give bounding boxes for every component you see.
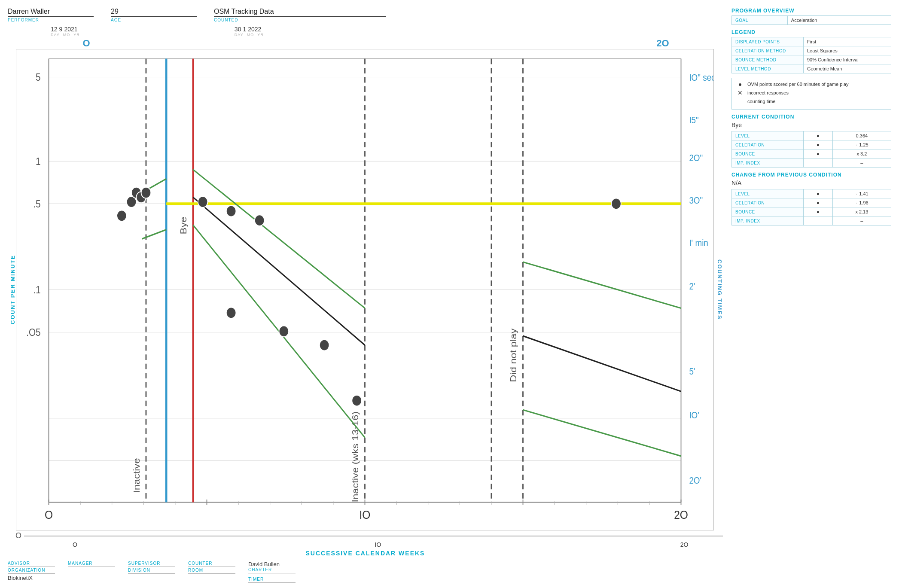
change-celeration-row: CELERATION ● ÷ 1.96 [732,198,891,207]
end-o-marker: 2O [624,38,701,49]
svg-text:2O: 2O [674,508,688,522]
dash-text: counting time [747,99,775,104]
bounce-value: x 3.2 [832,149,891,158]
main-area: Darren Waller PERFORMER 29 AGE OSM Track… [0,0,727,588]
y-label-right: COUNTING TIMES [716,259,723,320]
legend-item-dash: – counting time [736,98,887,105]
change-imp-label: IMP. INDEX [732,216,804,225]
counted-field: OSM Tracking Data COUNTED [214,8,386,22]
legend-item-dot: ● OVM points scored per 60 minutes of ga… [736,81,887,88]
charter-label: CHARTER [248,567,296,573]
change-level-value: ÷ 1.41 [832,189,891,198]
dash-symbol: – [736,98,744,105]
chart-wrapper: COUNT PER MINUTE [8,49,723,530]
level-method-label: LEVEL METHOD [732,64,804,73]
svg-text:IO': IO' [689,410,699,420]
goal-value: Acceleration [787,16,891,25]
change-condition-section: CHANGE FROM PREVIOUS CONDITION N/A LEVEL… [731,172,891,225]
svg-text:2O": 2O" [689,153,703,163]
advisor-field: ADVISOR ORGANIZATION BiokinetiX [8,561,55,584]
end-mo-label: MO [247,33,254,37]
counted-label: COUNTED [214,18,386,22]
svg-text:1: 1 [36,156,41,168]
performer-label: PERFORMER [8,18,94,22]
svg-point-80 [611,198,621,209]
x-label-0: O [40,541,110,548]
x-label-20: 2O [646,541,723,548]
change-imp-value: – [832,216,891,225]
displayed-points-value: First [803,37,891,46]
svg-line-65 [523,336,681,391]
end-day: 30 [235,26,241,33]
change-bounce-value: x 2.13 [832,207,891,216]
current-condition-value: Bye [731,122,891,128]
current-stats-table: LEVEL ● 0.364 CELERATION ● ÷ 1.25 BOUNCE… [731,131,891,168]
supervisor-label: SUPERVISOR [128,561,175,567]
svg-line-62 [193,170,365,308]
svg-text:I' min: I' min [689,238,708,248]
svg-point-78 [320,340,329,351]
start-mo: 9 [59,26,63,33]
age-field: 29 AGE [111,8,197,22]
svg-text:2': 2' [689,281,695,291]
svg-point-77 [279,326,289,337]
change-value: N/A [731,180,891,186]
start-o-marker: O [40,38,133,49]
legend-title: LEGEND [731,29,891,35]
program-overview-title: PROGRAM OVERVIEW [731,8,891,14]
change-bounce-dot: ● [803,207,832,216]
svg-text:2O': 2O' [689,475,701,485]
end-day-label: DAY [235,33,244,37]
svg-point-74 [226,206,236,217]
svg-point-79 [352,395,362,406]
header-row: Darren Waller PERFORMER 29 AGE OSM Track… [8,8,723,22]
goal-table: GOAL Acceleration [731,15,891,25]
change-stats-table: LEVEL ● ÷ 1.41 CELERATION ● ÷ 1.96 BOUNC… [731,189,891,225]
end-mo: 1 [243,26,246,33]
start-mo-label: MO [63,33,70,37]
performer-value: Darren Waller [8,8,94,17]
change-celeration-label: CELERATION [732,198,804,207]
imp-index-dot [803,158,832,168]
level-dot: ● [803,131,832,140]
svg-line-64 [193,197,365,345]
svg-point-68 [117,210,127,221]
level-row: LEVEL ● 0.364 [732,131,891,140]
svg-text:O: O [45,508,53,522]
charter-field: David Bullen CHARTER TIMER [248,561,296,584]
bounce-method-value: 90% Confidence Interval [803,55,891,64]
start-yr: 2021 [64,26,77,33]
svg-text:.O5: .O5 [26,327,40,338]
dot-text: OVM points scored per 60 minutes of game… [747,82,848,87]
level-label: LEVEL [732,131,804,140]
division-label: DIVISION [128,568,175,574]
legend-symbols-box: ● OVM points scored per 60 minutes of ga… [731,78,891,110]
current-condition-section: CURRENT CONDITION Bye LEVEL ● 0.364 CELE… [731,114,891,168]
footer-row: ADVISOR ORGANIZATION BiokinetiX MANAGER … [8,561,723,584]
x-text: incorrect responses [747,90,789,95]
svg-point-75 [255,215,265,226]
start-day-label: DAY [51,33,60,37]
organization-label: ORGANIZATION [8,568,55,574]
current-condition-title: CURRENT CONDITION [731,114,891,120]
svg-point-76 [226,307,236,318]
bounce-dot: ● [803,149,832,158]
manager-label: MANAGER [68,561,115,567]
manager-field: MANAGER [68,561,115,584]
displayed-points-row: DISPLAYED POINTS First [732,37,891,46]
age-value: 29 [111,8,197,17]
level-value: 0.364 [832,131,891,140]
bounce-method-row: BOUNCE METHOD 90% Confidence Interval [732,55,891,64]
svg-point-73 [198,196,208,207]
change-bounce-label: BOUNCE [732,207,804,216]
svg-text:Bye: Bye [179,217,189,235]
imp-index-value: – [832,158,891,168]
change-title: CHANGE FROM PREVIOUS CONDITION [731,172,891,178]
svg-text:3O": 3O" [689,195,703,205]
svg-text:I5": I5" [689,115,698,125]
dot-symbol: ● [736,81,744,88]
celeration-method-value: Least Squares [803,46,891,55]
change-imp-row: IMP. INDEX – [732,216,891,225]
y-label-left: COUNT PER MINUTE [8,49,16,530]
displayed-points-label: DISPLAYED POINTS [732,37,804,46]
